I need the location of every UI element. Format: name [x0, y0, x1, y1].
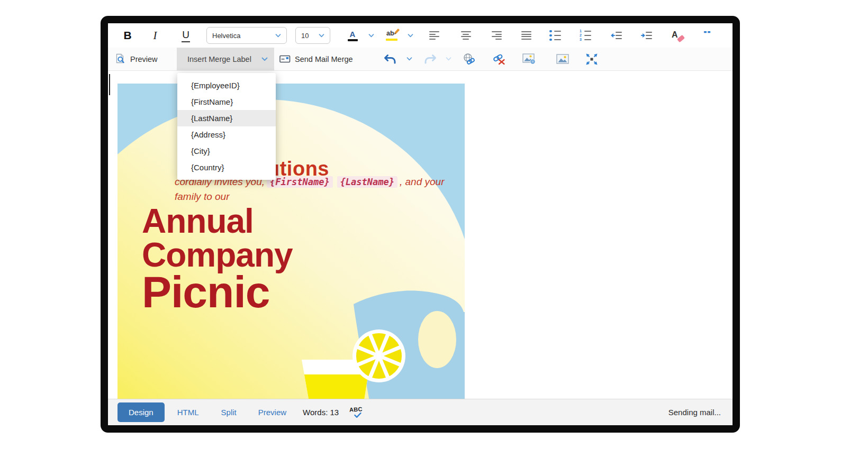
merge-item-firstname[interactable]: {FirstName}: [177, 94, 276, 110]
title-picnic: Picnic: [142, 270, 269, 314]
rich-text-editor-window: B I U Helvetica 10 A ab: [101, 16, 740, 433]
picnic-invitation-image[interactable]: utions cordially invites you,{FirstName}…: [117, 79, 465, 414]
font-color-dropdown-button[interactable]: [366, 26, 376, 44]
unlink-icon: [492, 53, 506, 65]
bold-button[interactable]: B: [120, 26, 135, 44]
preview-button[interactable]: Preview: [115, 48, 158, 70]
image-icon: [556, 54, 569, 64]
spellcheck-button[interactable]: ABC: [349, 406, 365, 419]
mail-merge-toolbar: Preview Insert Merge Label Send Mail Mer…: [108, 48, 733, 71]
preview-document-icon: [115, 53, 126, 65]
tab-split[interactable]: Split: [221, 408, 237, 417]
outdent-icon: [611, 31, 622, 40]
invite-text-after: , and your: [400, 176, 445, 187]
merge-item-lastname[interactable]: {LastName}: [177, 110, 276, 126]
bullet-list-icon: [549, 30, 561, 41]
redo-icon: [423, 54, 437, 65]
merge-item-country[interactable]: {Country}: [177, 159, 276, 176]
italic-button[interactable]: I: [147, 26, 163, 44]
indent-button[interactable]: [639, 26, 655, 44]
font-size-select[interactable]: 10: [295, 27, 330, 44]
chevron-down-icon: [368, 34, 374, 38]
align-left-button[interactable]: [426, 26, 442, 44]
align-right-icon: [492, 31, 502, 40]
merge-item-city[interactable]: {City}: [177, 143, 276, 159]
formatting-toolbar: B I U Helvetica 10 A ab: [108, 23, 733, 48]
title-annual: Annual: [142, 204, 254, 238]
font-color-icon: A: [348, 30, 358, 41]
font-size-value: 10: [301, 32, 309, 40]
text-caret: [109, 74, 110, 95]
unordered-list-button[interactable]: [547, 26, 563, 44]
invite-line2: family to our: [175, 191, 229, 202]
insert-merge-label-text: Insert Merge Label: [187, 55, 251, 63]
merge-item-address[interactable]: {Address}: [177, 126, 276, 143]
highlight-color-button[interactable]: ab: [384, 26, 402, 44]
font-color-button[interactable]: A: [344, 26, 361, 44]
status-message: Sending mail...: [668, 408, 721, 417]
underline-button[interactable]: U: [178, 26, 194, 44]
insert-image-database-button[interactable]: [521, 48, 536, 70]
numbered-list-icon: 1 2 3: [580, 30, 591, 41]
tab-html[interactable]: HTML: [177, 408, 199, 417]
pencil-icon: [393, 28, 401, 36]
highlight-dropdown-button[interactable]: [405, 26, 415, 44]
insert-merge-label-button[interactable]: Insert Merge Label: [177, 48, 274, 70]
maximize-button[interactable]: [584, 48, 599, 70]
send-mail-merge-button[interactable]: Send Mail Merge: [279, 48, 353, 70]
status-bar: Design HTML Split Preview Words: 13 ABC …: [108, 399, 733, 425]
globe-link-icon: [462, 53, 476, 65]
undo-dropdown-button[interactable]: [404, 48, 414, 70]
chevron-down-icon: [446, 57, 451, 61]
maximize-icon: [585, 53, 598, 66]
align-center-button[interactable]: [458, 26, 474, 44]
spellcheck-abc-label: ABC: [349, 406, 363, 413]
align-left-icon: [429, 31, 439, 40]
image-database-icon: [522, 53, 536, 65]
align-right-button[interactable]: [489, 26, 504, 44]
merge-label-dropdown: {EmployeeID} {FirstName} {LastName} {Add…: [177, 73, 276, 180]
preview-label: Preview: [130, 55, 158, 63]
spellcheck-check-icon: [354, 413, 361, 418]
word-count: Words: 13: [303, 408, 339, 417]
indent-icon: [641, 31, 653, 40]
merge-field-lastname: {LastName}: [337, 176, 397, 188]
chevron-down-icon: [408, 34, 413, 38]
tab-preview[interactable]: Preview: [258, 408, 286, 417]
align-justify-button[interactable]: [518, 26, 534, 44]
send-mail-merge-label: Send Mail Merge: [295, 55, 353, 63]
undo-icon: [383, 54, 397, 65]
align-justify-icon: [521, 31, 531, 40]
undo-button[interactable]: [383, 48, 397, 70]
merge-item-employeeid[interactable]: {EmployeeID}: [177, 77, 276, 94]
redo-dropdown-button-disabled[interactable]: [444, 48, 453, 70]
remove-link-button[interactable]: [492, 48, 507, 70]
align-center-icon: [461, 31, 471, 40]
clear-format-button[interactable]: A: [668, 26, 684, 44]
envelope-icon: [279, 54, 291, 63]
chevron-down-icon: [275, 34, 281, 38]
clear-format-icon: A: [670, 29, 683, 42]
chevron-down-icon: [319, 34, 324, 38]
ordered-list-button[interactable]: 1 2 3: [577, 26, 593, 44]
insert-image-button[interactable]: [555, 48, 570, 70]
font-name-value: Helvetica: [212, 32, 240, 40]
blockquote-icon: “: [703, 31, 712, 40]
blockquote-button[interactable]: “: [699, 26, 715, 44]
chevron-down-icon: [406, 57, 412, 61]
redo-button-disabled[interactable]: [423, 48, 438, 70]
chevron-down-icon: [261, 57, 268, 61]
font-name-select[interactable]: Helvetica: [206, 27, 287, 44]
tab-design[interactable]: Design: [117, 402, 165, 422]
merge-field-firstname: {FirstName}: [267, 176, 333, 188]
highlight-icon: ab: [386, 29, 400, 42]
create-link-button[interactable]: [462, 48, 476, 70]
outdent-button[interactable]: [609, 26, 625, 44]
